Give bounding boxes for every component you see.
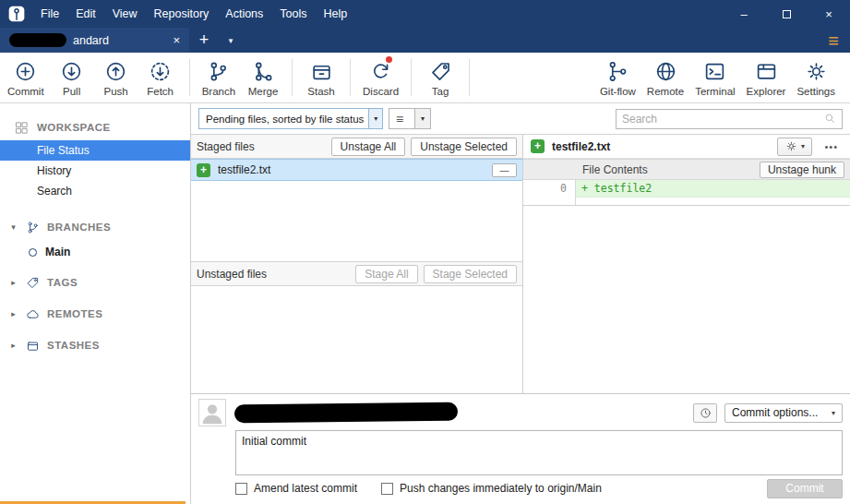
stash-icon [310, 60, 333, 83]
app-body: WORKSPACE File Status History Search ▾ B… [0, 103, 850, 504]
discard-toolbar-button[interactable]: Discard [357, 54, 404, 102]
stashes-label: STASHES [47, 340, 100, 351]
view-options-dropdown[interactable]: ≡ ▾ [389, 108, 431, 129]
sourcetree-logo-icon [7, 5, 26, 23]
plus-icon: + [199, 30, 210, 50]
menu-help[interactable]: Help [316, 0, 356, 28]
unstaged-file-list [191, 286, 522, 393]
toolbar-label: Settings [796, 86, 835, 97]
unstage-hunk-button[interactable]: Unstage hunk [760, 162, 844, 178]
stash-toolbar-button[interactable]: Stash [299, 54, 343, 102]
tab-list-dropdown[interactable]: ▾ [219, 28, 243, 53]
settings-toolbar-button[interactable]: Settings [791, 54, 841, 102]
sidebar-item-file-status[interactable]: File Status [0, 140, 190, 161]
chevron-right-icon[interactable]: ▸ [8, 341, 18, 350]
repo-tab[interactable]: andard × [0, 28, 189, 53]
minimize-button[interactable]: – [723, 0, 765, 28]
main-panel: Pending files, sorted by file status ▾ ≡… [191, 103, 850, 504]
commit-message-input[interactable]: Initial commit [235, 430, 843, 475]
toolbar-separator [411, 59, 412, 96]
diff-line-spacer [523, 198, 850, 205]
branch-icon [26, 221, 40, 234]
search-icon [824, 113, 836, 125]
branches-label: BRANCHES [47, 222, 111, 233]
tag-toolbar-button[interactable]: Tag [418, 54, 462, 102]
amend-label: Amend latest commit [254, 482, 357, 495]
fetch-icon [149, 60, 172, 83]
commit-icon [14, 60, 37, 83]
push-toolbar-button[interactable]: Push [94, 54, 138, 102]
stashes-section-header[interactable]: ▸ STASHES [0, 334, 190, 356]
branches-section-header[interactable]: ▾ BRANCHES [0, 216, 190, 238]
close-button[interactable]: × [808, 0, 850, 28]
gear-icon [785, 140, 797, 152]
push-icon [104, 60, 127, 83]
sourcetree-window: File Edit View Repository Actions Tools … [0, 0, 850, 504]
unstage-selected-button[interactable]: Unstage Selected [411, 138, 517, 156]
hunk-block: 0 + testfile2 [523, 180, 850, 206]
gitflow-toolbar-button[interactable]: Git-flow [594, 54, 641, 102]
fetch-toolbar-button[interactable]: Fetch [138, 54, 183, 102]
toolbar-label: Pull [63, 86, 80, 97]
toolbar-label: Merge [248, 86, 279, 97]
diff-view: 0 + testfile2 [523, 180, 850, 393]
discard-icon [369, 60, 392, 83]
push-immediately-checkbox[interactable]: Push changes immediately to origin/Main [381, 482, 602, 495]
menu-view[interactable]: View [104, 0, 146, 28]
file-search-box [616, 109, 843, 129]
tab-close-icon[interactable]: × [173, 34, 180, 46]
file-controls-row: Pending files, sorted by file status ▾ ≡… [191, 103, 850, 134]
diff-options-button[interactable]: ▾ [777, 138, 812, 156]
commit-toolbar-button[interactable]: Commit [2, 54, 50, 102]
explorer-toolbar-button[interactable]: Explorer [741, 54, 792, 102]
unstage-file-button[interactable]: — [492, 163, 517, 177]
file-added-icon: + [531, 139, 545, 153]
menu-file[interactable]: File [32, 0, 67, 28]
repo-menu-button[interactable]: ≡ [828, 31, 839, 50]
chevron-down-icon: ▾ [801, 142, 805, 150]
branch-dot-icon [29, 248, 37, 257]
new-tab-button[interactable]: + [189, 28, 219, 53]
branch-toolbar-button[interactable]: Branch [197, 54, 241, 102]
clock-icon [700, 407, 712, 419]
search-input[interactable] [622, 113, 824, 126]
branch-item-main[interactable]: Main [0, 242, 190, 262]
checkbox-icon[interactable] [381, 483, 393, 495]
menu-tools[interactable]: Tools [271, 0, 315, 28]
stage-all-button[interactable]: Stage All [355, 265, 417, 283]
terminal-toolbar-button[interactable]: Terminal [689, 54, 740, 102]
commit-button[interactable]: Commit [767, 479, 843, 498]
menu-actions[interactable]: Actions [217, 0, 271, 28]
checkbox-icon[interactable] [235, 483, 247, 495]
commit-options-button[interactable]: Commit options... ▾ [724, 403, 843, 423]
line-number-gutter: 0 [523, 180, 576, 198]
tags-section-header[interactable]: ▸ TAGS [0, 271, 190, 294]
sort-files-value: Pending files, sorted by file status [199, 114, 368, 125]
hunk-header: File Contents Unstage hunk [523, 159, 850, 180]
terminal-icon [703, 60, 726, 83]
chevron-right-icon[interactable]: ▸ [8, 278, 18, 287]
remote-toolbar-button[interactable]: Remote [641, 54, 689, 102]
amend-checkbox[interactable]: Amend latest commit [235, 482, 357, 495]
maximize-button[interactable] [765, 0, 808, 28]
sort-files-dropdown[interactable]: Pending files, sorted by file status ▾ [198, 108, 383, 129]
stage-selected-button[interactable]: Stage Selected [424, 265, 517, 283]
chevron-down-icon[interactable]: ▾ [8, 222, 18, 232]
menu-edit[interactable]: Edit [67, 0, 104, 28]
diff-more-button[interactable]: ••• [820, 141, 843, 152]
file-added-icon: + [197, 163, 210, 177]
menu-repository[interactable]: Repository [146, 0, 218, 28]
close-icon: × [825, 7, 832, 21]
pull-toolbar-button[interactable]: Pull [50, 54, 94, 102]
sidebar-item-search[interactable]: Search [0, 181, 190, 201]
merge-toolbar-button[interactable]: Merge [241, 54, 285, 102]
sidebar: WORKSPACE File Status History Search ▾ B… [0, 103, 191, 504]
sidebar-item-history[interactable]: History [0, 161, 190, 181]
explorer-icon [755, 60, 778, 83]
staged-file-row[interactable]: + testfile2.txt — [191, 159, 522, 181]
unstage-all-button[interactable]: Unstage All [331, 138, 406, 156]
repo-tab-label: andard [73, 34, 109, 47]
remotes-section-header[interactable]: ▸ REMOTES [0, 303, 190, 325]
commit-history-button[interactable] [693, 403, 717, 423]
chevron-right-icon[interactable]: ▸ [8, 309, 18, 318]
